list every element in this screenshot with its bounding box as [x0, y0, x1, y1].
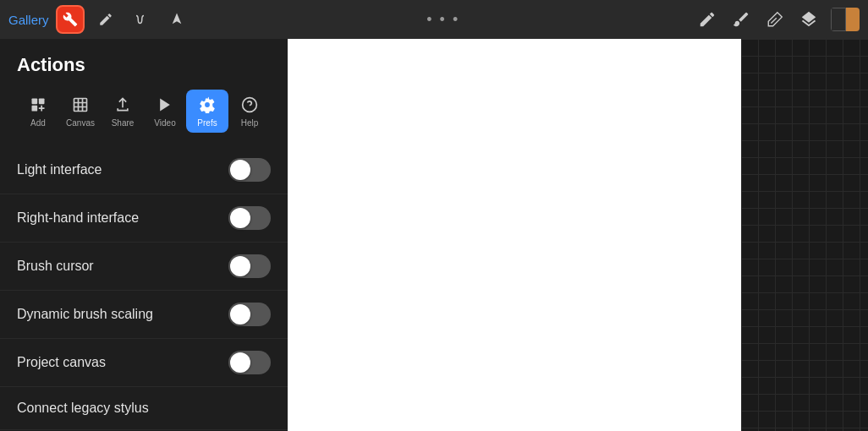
brush-cursor-label: Brush cursor [17, 259, 94, 274]
right-hand-interface-row: Right-hand interface [0, 194, 288, 243]
color-swatch[interactable] [831, 8, 860, 31]
top-toolbar: Gallery • • • [0, 0, 868, 39]
nav-prefs[interactable]: Prefs [186, 90, 228, 133]
dynamic-brush-scaling-label: Dynamic brush scaling [17, 307, 153, 322]
nav-add-label: Add [30, 118, 46, 128]
more-options[interactable]: • • • [426, 11, 459, 29]
right-hand-interface-label: Right-hand interface [17, 210, 139, 226]
brush-cursor-toggle[interactable] [228, 254, 271, 278]
s-curve-tool-button[interactable] [127, 5, 156, 34]
dynamic-brush-scaling-row: Dynamic brush scaling [0, 291, 288, 339]
light-interface-toggle[interactable] [228, 158, 271, 182]
nav-share-label: Share [112, 118, 135, 128]
light-interface-knob [230, 160, 250, 180]
project-canvas-toggle[interactable] [228, 351, 271, 374]
help-nav-icon [239, 95, 260, 115]
project-canvas-label: Project canvas [17, 355, 106, 370]
main-content: Actions Add Canvas Share [0, 39, 868, 431]
nav-help[interactable]: Help [228, 90, 271, 133]
brush-tool-icon[interactable] [729, 8, 753, 31]
nav-add[interactable]: Add [17, 90, 59, 133]
panel-nav: Add Canvas Share Video [0, 86, 288, 146]
background-color [846, 8, 860, 31]
nav-canvas-label: Canvas [66, 118, 95, 128]
brush-cursor-knob [230, 256, 250, 276]
nav-canvas[interactable]: Canvas [59, 90, 102, 133]
nav-share[interactable]: Share [102, 90, 144, 133]
project-canvas-knob [230, 352, 250, 373]
canvas-nav-icon [70, 95, 91, 115]
wrench-tool-button[interactable] [56, 5, 85, 34]
connect-legacy-stylus-row[interactable]: Connect legacy stylus [0, 387, 288, 430]
add-nav-icon [28, 95, 48, 115]
canvas-area [288, 39, 868, 431]
pen-tool-button[interactable] [91, 5, 120, 34]
light-interface-row: Light interface [0, 146, 288, 194]
toolbar-right [695, 8, 860, 31]
light-interface-label: Light interface [17, 162, 102, 177]
video-nav-icon [155, 95, 175, 115]
brush-cursor-row: Brush cursor [0, 243, 288, 291]
nav-prefs-label: Prefs [197, 118, 217, 128]
toolbar-center: • • • [426, 11, 459, 29]
eraser-tool-icon[interactable] [763, 8, 787, 31]
svg-rect-2 [39, 99, 45, 105]
right-hand-interface-toggle[interactable] [228, 206, 271, 230]
canvas-grid-background [741, 39, 868, 431]
dynamic-brush-scaling-toggle[interactable] [228, 303, 271, 326]
actions-panel: Actions Add Canvas Share [0, 39, 288, 431]
svg-marker-5 [160, 99, 170, 112]
nav-help-label: Help [241, 118, 259, 128]
gallery-button[interactable]: Gallery [8, 13, 49, 27]
layers-icon[interactable] [797, 8, 821, 31]
dynamic-brush-scaling-knob [230, 304, 250, 325]
svg-rect-3 [32, 106, 38, 112]
arrow-tool-button[interactable] [162, 5, 191, 34]
project-canvas-row: Project canvas [0, 339, 288, 387]
nav-video[interactable]: Video [144, 90, 186, 133]
share-nav-icon [113, 95, 133, 115]
foreground-color [831, 8, 846, 31]
svg-rect-1 [32, 99, 38, 105]
pencil-tool-icon[interactable] [695, 8, 719, 31]
svg-rect-4 [74, 99, 87, 112]
connect-legacy-stylus-label: Connect legacy stylus [17, 401, 149, 416]
panel-title: Actions [0, 39, 288, 86]
nav-video-label: Video [154, 118, 175, 128]
prefs-nav-icon [197, 95, 217, 115]
right-hand-interface-knob [230, 208, 250, 228]
canvas-drawing-area[interactable] [288, 39, 741, 431]
toolbar-left: Gallery [8, 5, 191, 34]
